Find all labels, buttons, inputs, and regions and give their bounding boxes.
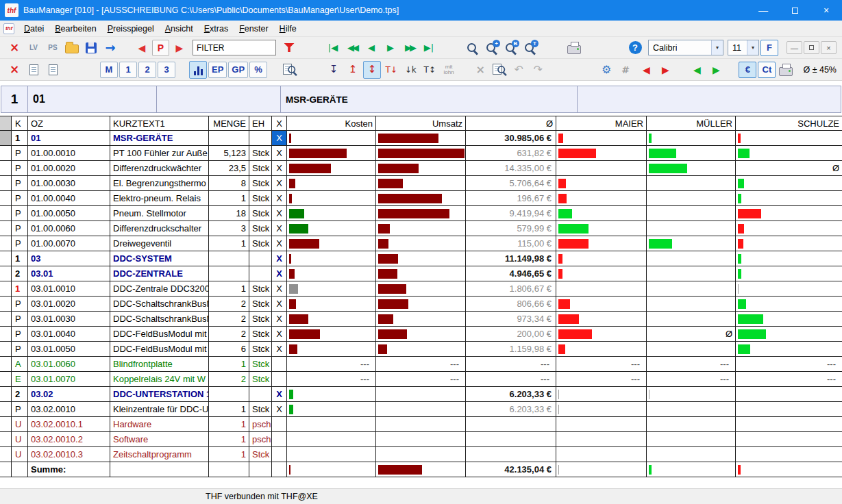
mdi-restore-button[interactable] <box>804 41 819 54</box>
open-button[interactable] <box>63 39 81 57</box>
preisspiegel-button[interactable]: P <box>152 40 169 56</box>
font-size-select[interactable]: 11▾ <box>728 40 759 55</box>
cell-x-toggle[interactable]: X <box>272 176 287 190</box>
percent-button[interactable]: % <box>249 62 267 78</box>
cell-x-toggle[interactable] <box>272 462 287 477</box>
mdi-close-button[interactable]: × <box>821 41 837 54</box>
mit-lohn-icon[interactable]: mitlohn <box>440 61 458 79</box>
nav-next-button[interactable]: ▶ <box>382 39 399 57</box>
view-1-button[interactable]: 1 <box>119 62 137 78</box>
cell-x-toggle[interactable] <box>272 357 287 371</box>
column-header-k[interactable]: K <box>12 116 28 130</box>
paste-sheet-button[interactable] <box>44 61 62 79</box>
print-button[interactable] <box>565 39 583 57</box>
cell-x-toggle[interactable]: X <box>272 402 287 416</box>
gp-button[interactable]: GP <box>228 62 248 78</box>
row-selector[interactable] <box>0 357 12 371</box>
column-header-kosten[interactable]: Kosten <box>287 116 376 130</box>
row-selector[interactable] <box>0 372 12 386</box>
menu-item-extras[interactable]: Extras <box>199 21 234 36</box>
cell-x-toggle[interactable]: X <box>272 327 287 341</box>
goto-arrow-icon[interactable]: → <box>101 39 119 57</box>
view-2-button[interactable]: 2 <box>138 62 156 78</box>
cell-x-toggle[interactable]: X <box>272 131 287 145</box>
row-selector[interactable] <box>0 161 12 175</box>
row-selector[interactable] <box>0 342 12 356</box>
cell-x-toggle[interactable]: X <box>272 342 287 356</box>
column-header-x[interactable]: X <box>272 116 287 130</box>
cell-x-toggle[interactable]: X <box>272 221 287 236</box>
preview-search-icon[interactable] <box>281 61 299 79</box>
ps-icon[interactable]: PS <box>44 39 62 57</box>
nav-prev-button[interactable]: ◀ <box>362 39 380 57</box>
chart-view-button[interactable] <box>189 61 207 79</box>
row-selector[interactable] <box>0 251 12 266</box>
row-selector[interactable] <box>0 417 12 431</box>
menu-item-fenster[interactable]: Fenster <box>234 21 273 36</box>
t-updown-icon[interactable]: T↕ <box>421 61 438 79</box>
cell-x-toggle[interactable]: X <box>272 146 287 160</box>
row-selector[interactable] <box>0 281 12 296</box>
sort-updown-button[interactable]: ↕ <box>363 61 381 79</box>
cell-x-toggle[interactable] <box>272 432 287 446</box>
menu-item-hilfe[interactable]: Hilfe <box>274 21 302 36</box>
close-button[interactable]: × <box>810 0 842 21</box>
save-button[interactable] <box>82 39 100 57</box>
menu-item-ansicht[interactable]: Ansicht <box>160 21 199 36</box>
nav-fast-prev-button[interactable]: ◀◀ <box>343 39 361 57</box>
cell-x-toggle[interactable]: X <box>272 161 287 175</box>
row-selector[interactable] <box>0 432 12 446</box>
sort-min-icon[interactable]: ↧ <box>325 61 343 79</box>
column-header-avg[interactable]: Ø <box>466 116 556 130</box>
cell-x-toggle[interactable]: X <box>272 236 287 251</box>
cell-x-toggle[interactable]: X <box>272 312 287 326</box>
prev-red-button[interactable]: ◀ <box>637 61 655 79</box>
settings-button[interactable]: ⚙ <box>597 61 615 79</box>
cell-x-toggle[interactable] <box>272 447 287 462</box>
t-down-icon[interactable]: T↓ <box>382 61 400 79</box>
cell-x-toggle[interactable]: X <box>272 387 287 401</box>
row-selector[interactable] <box>0 236 12 251</box>
column-header-schulze[interactable]: SCHULZE <box>736 116 842 130</box>
lv-icon[interactable]: LV <box>25 39 42 57</box>
row-selector[interactable] <box>0 131 12 145</box>
column-header-eh[interactable]: EH <box>249 116 272 130</box>
ep-button[interactable]: EP <box>208 62 227 78</box>
row-selector[interactable] <box>0 191 12 205</box>
view-3-button[interactable]: 3 <box>158 62 175 78</box>
row-selector[interactable] <box>0 387 12 401</box>
cell-x-toggle[interactable]: X <box>272 251 287 266</box>
sort-max-icon[interactable]: ↥ <box>344 61 362 79</box>
next-project-button[interactable]: ▶ <box>171 39 188 57</box>
row-selector[interactable] <box>0 221 12 236</box>
undo-button[interactable]: ↶ <box>510 61 528 79</box>
zoom-icon[interactable] <box>464 39 482 57</box>
column-header-mueller[interactable]: MÜLLER <box>647 116 736 130</box>
row-selector[interactable] <box>0 402 12 416</box>
filter-input[interactable] <box>193 40 276 55</box>
column-header-menge[interactable]: MENGE <box>209 116 249 130</box>
cell-x-toggle[interactable]: X <box>272 206 287 220</box>
prev-project-button[interactable]: ◀ <box>133 39 151 57</box>
nav-first-button[interactable]: |◀ <box>324 39 342 57</box>
font-select[interactable]: Calibri▾ <box>648 40 723 55</box>
filter-funnel-button[interactable] <box>280 39 298 57</box>
menu-item-datei[interactable]: Datei <box>18 21 49 36</box>
column-header-oz[interactable]: OZ <box>28 116 110 130</box>
restore-button[interactable] <box>779 0 810 21</box>
redo-button[interactable]: ↷ <box>529 61 547 79</box>
cell-x-toggle[interactable] <box>272 372 287 386</box>
zoom-t-icon[interactable]: T <box>521 39 539 57</box>
row-selector[interactable] <box>0 297 12 311</box>
next-green-button[interactable]: ▶ <box>707 61 725 79</box>
row-selector[interactable] <box>0 447 12 462</box>
view-m-button[interactable]: M <box>100 62 118 78</box>
currency-ct-button[interactable]: Ct <box>758 62 776 78</box>
cell-x-toggle[interactable]: X <box>272 281 287 296</box>
cell-x-toggle[interactable] <box>272 417 287 431</box>
print-chart-button[interactable] <box>777 61 795 79</box>
column-header-umsatz[interactable]: Umsatz <box>376 116 466 130</box>
minimize-button[interactable]: — <box>747 0 779 21</box>
row-selector[interactable] <box>0 462 12 477</box>
font-style-f-button[interactable]: F <box>760 40 778 56</box>
